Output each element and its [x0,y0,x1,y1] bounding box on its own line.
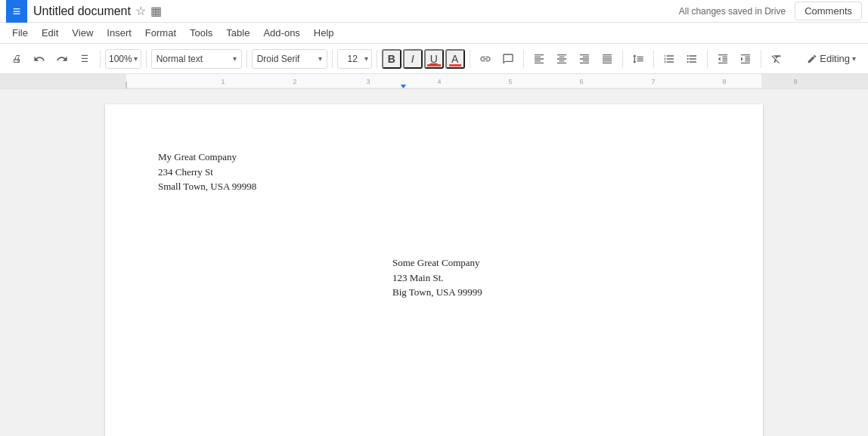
sender-line-3: Small Town, USA 99998 [158,179,710,194]
recipient-line-3: Big Town, USA 99999 [392,285,482,300]
recipient-line-2: 123 Main St. [392,271,482,286]
menu-format[interactable]: Format [139,25,182,41]
bold-button[interactable]: B [382,49,401,69]
font-size-control[interactable]: 12 ▾ [337,49,372,69]
recipient-line-1: Some Great Company [392,255,482,271]
editing-dropdown-icon: ▾ [852,54,856,63]
svg-text:2: 2 [293,78,296,85]
print-button[interactable]: 🖨 [6,48,27,70]
menu-edit[interactable]: Edit [36,25,64,41]
font-name: Droid Serif [257,54,318,64]
sender-line-1: My Great Company [158,150,710,165]
align-left-button[interactable] [529,48,550,70]
decrease-indent-button[interactable] [712,48,733,70]
italic-button[interactable]: I [403,49,423,69]
svg-text:3: 3 [366,78,370,85]
menu-table[interactable]: Table [220,25,256,41]
align-right-button[interactable] [574,48,595,70]
svg-text:1: 1 [221,78,225,85]
zoom-control[interactable]: 100% ▾ [105,49,141,69]
svg-text:6: 6 [579,78,583,85]
undo-button[interactable] [29,48,50,70]
app-icon[interactable]: ≡ [6,0,27,23]
separator-8 [622,50,623,68]
sender-line-2: 234 Cherry St [158,165,710,180]
recipient-address: Some Great Company 123 Main St. Big Town… [392,255,482,300]
svg-rect-1 [0,74,126,89]
editing-label-text: Editing [820,53,850,64]
menu-help[interactable]: Help [308,25,340,41]
underline-button[interactable]: U [424,49,444,69]
font-selector[interactable]: Droid Serif ▾ [252,49,327,69]
link-button[interactable] [475,48,496,70]
text-color-bar [449,64,461,66]
separator-7 [523,50,524,68]
svg-marker-13 [401,85,406,88]
hamburger-icon: ≡ [13,5,21,18]
style-selector[interactable]: Normal text ▾ [151,49,242,69]
ruler: 1 2 3 4 5 6 7 8 9 [0,74,868,89]
menu-insert[interactable]: Insert [101,25,138,41]
document-area[interactable]: My Great Company 234 Cherry St Small Tow… [0,89,868,436]
menu-bar: File Edit View Insert Format Tools Table… [0,23,868,44]
separator-10 [707,50,708,68]
text-color-button[interactable]: A [445,49,465,69]
ruler-svg: 1 2 3 4 5 6 7 8 9 [0,74,868,89]
comment-button[interactable] [498,48,519,70]
fontsize-dropdown-icon: ▾ [364,54,368,63]
menu-tools[interactable]: Tools [184,25,219,41]
numbered-list-button[interactable] [659,48,680,70]
style-dropdown-icon: ▾ [233,54,237,63]
style-label: Normal text [157,54,233,64]
svg-text:5: 5 [508,78,512,85]
toolbar: 🖨 100% ▾ Normal text ▾ Droid Serif ▾ 12 … [0,44,868,74]
document-page[interactable]: My Great Company 234 Cherry St Small Tow… [105,104,763,436]
font-dropdown-icon: ▾ [318,54,322,63]
font-size-value: 12 [341,54,364,64]
menu-file[interactable]: File [6,25,34,41]
separator-9 [653,50,654,68]
clear-format-button[interactable] [766,48,787,70]
menu-addons[interactable]: Add-ons [257,25,305,41]
document-title[interactable]: Untitled document [33,5,131,18]
separator-2 [146,50,147,68]
align-center-button[interactable] [551,48,572,70]
redo-button[interactable] [51,48,73,70]
zoom-dropdown-icon: ▾ [134,54,138,63]
zoom-value: 100% [109,54,132,64]
line-spacing-button[interactable] [628,48,649,70]
bullet-list-button[interactable] [681,48,702,70]
svg-text:9: 9 [793,78,797,85]
increase-indent-button[interactable] [735,48,756,70]
separator-4 [332,50,333,68]
folder-icon[interactable]: ▦ [150,4,162,18]
svg-rect-2 [761,74,868,89]
svg-text:4: 4 [437,78,441,85]
comments-button[interactable]: Comments [795,2,862,20]
pencil-icon [807,54,817,64]
text-color-label: A [451,53,458,65]
star-icon[interactable]: ☆ [135,4,146,18]
separator-1 [100,50,101,68]
svg-text:8: 8 [722,78,726,85]
separator-6 [470,50,470,68]
separator-3 [246,50,247,68]
separator-5 [377,50,377,68]
title-bar: ≡ Untitled document ☆ ▦ All changes save… [0,0,868,23]
editing-mode[interactable]: Editing ▾ [801,51,862,66]
menu-view[interactable]: View [66,25,99,41]
separator-11 [761,50,761,68]
sender-address: My Great Company 234 Cherry St Small Tow… [158,150,710,194]
paint-format-button[interactable] [74,48,95,70]
svg-text:7: 7 [651,78,655,85]
save-status: All changes saved in Drive [679,6,786,17]
justify-button[interactable] [597,48,618,70]
